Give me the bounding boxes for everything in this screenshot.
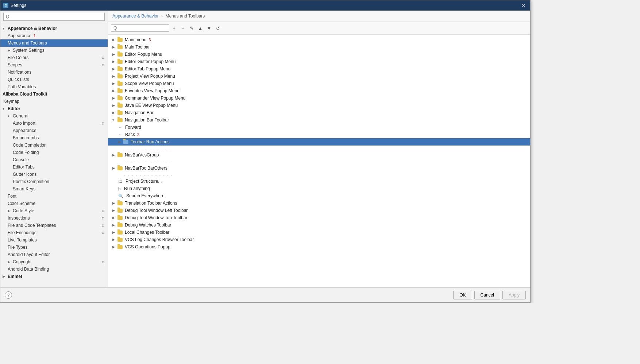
- content-row-debug-watches[interactable]: ▶ Debug Watches Toolbar: [108, 221, 530, 229]
- apply-button[interactable]: Apply: [502, 291, 526, 299]
- chevron-down-icon: ▾: [112, 118, 116, 122]
- sidebar-label-editor-tabs: Editor Tabs: [13, 164, 35, 170]
- ok-button[interactable]: OK: [453, 291, 472, 299]
- sidebar-item-color-scheme[interactable]: Color Scheme: [0, 200, 108, 207]
- content-search-input[interactable]: [111, 24, 169, 32]
- content-row-debug-top[interactable]: ▶ Debug Tool Window Top Toolbar: [108, 214, 530, 221]
- folder-icon-favorites-view-popup: [117, 89, 123, 93]
- sidebar-item-appearance-ed[interactable]: Appearance: [0, 127, 108, 134]
- sidebar-item-breadcrumbs[interactable]: Breadcrumbs: [0, 134, 108, 142]
- folder-icon-navigation-bar-toolbar: [117, 118, 123, 122]
- content-row-search-everywhere[interactable]: 🔍 Search Everywhere: [108, 192, 530, 200]
- help-button[interactable]: ?: [5, 291, 12, 299]
- sidebar-item-keymap[interactable]: Keymap: [0, 98, 108, 105]
- content-row-forward[interactable]: → Forward: [108, 124, 530, 131]
- appearance-badge: 1: [34, 34, 36, 38]
- sidebar-label-scopes: Scopes: [8, 62, 22, 67]
- sidebar-item-gutter-icons[interactable]: Gutter Icons: [0, 171, 108, 178]
- folder-icon-editor-tab-popup: [117, 67, 123, 71]
- sidebar-label-appearance-behavior: Appearance & Behavior: [8, 26, 57, 31]
- sidebar-item-code-folding[interactable]: Code Folding: [0, 149, 108, 156]
- sidebar-item-file-colors[interactable]: File Colors ⚙: [0, 54, 108, 61]
- folder-icon-debug-left: [117, 209, 123, 213]
- sidebar-item-general[interactable]: ▾ General: [0, 112, 108, 120]
- sidebar-item-file-code-templates[interactable]: File and Code Templates ⚙: [0, 222, 108, 229]
- sidebar-item-scopes[interactable]: Scopes ⚙: [0, 61, 108, 69]
- content-row-local-changes[interactable]: ▶ Local Changes Toolbar: [108, 229, 530, 236]
- content-row-navbar-vcs-group[interactable]: ▶ NavBarVcsGroup: [108, 151, 530, 159]
- content-row-main-menu[interactable]: ▶ Main menu 3: [108, 36, 530, 43]
- sidebar-item-inspections[interactable]: Inspections ⚙: [0, 214, 108, 222]
- sidebar-item-copyright[interactable]: ▶ Copyright ⚙: [0, 258, 108, 266]
- content-row-vcs-operations[interactable]: ▶ VCS Operations Popup: [108, 243, 530, 251]
- sidebar-item-file-types[interactable]: File Types: [0, 244, 108, 251]
- content-row-commander-view-popup[interactable]: ▶ Commander View Popup Menu: [108, 94, 530, 102]
- sidebar-label-postfix-completion: Postfix Completion: [13, 179, 49, 184]
- content-row-editor-gutter[interactable]: ▶ Editor Gutter Popup Menu: [108, 58, 530, 65]
- sidebar-item-android-data-binding[interactable]: Android Data Binding: [0, 266, 108, 273]
- chevron-down-icon-general: ▾: [8, 114, 11, 118]
- sidebar-item-postfix-completion[interactable]: Postfix Completion: [0, 178, 108, 185]
- sidebar-item-smart-keys[interactable]: Smart Keys: [0, 185, 108, 193]
- content-row-debug-left[interactable]: ▶ Debug Tool Window Left Toolbar: [108, 207, 530, 214]
- move-down-button[interactable]: ▼: [205, 24, 213, 32]
- gear-icon-scopes: ⚙: [101, 63, 105, 67]
- content-row-favorites-view-popup[interactable]: ▶ Favorites View Popup Menu: [108, 87, 530, 94]
- sidebar-search-input[interactable]: [3, 13, 105, 21]
- content-row-translation-toolbar[interactable]: ▶ Translation Toolbar Actions: [108, 200, 530, 207]
- edit-button[interactable]: ✎: [188, 24, 196, 32]
- breadcrumb-parent[interactable]: Appearance & Behavior: [112, 13, 159, 19]
- reset-button[interactable]: ↺: [214, 24, 222, 32]
- sidebar-item-menus-toolbars[interactable]: Menus and Toolbars: [0, 39, 108, 47]
- sidebar-item-code-style[interactable]: ▶ Code Style ⚙: [0, 207, 108, 214]
- close-button[interactable]: ✕: [520, 3, 527, 8]
- sidebar-item-editor[interactable]: ▾ Editor: [0, 105, 108, 112]
- chevron-right-icon: ▶: [112, 60, 116, 63]
- content-row-editor-tab-popup[interactable]: ▶ Editor Tab Popup Menu: [108, 65, 530, 73]
- content-row-scope-view-popup[interactable]: ▶ Scope View Popup Menu: [108, 80, 530, 87]
- move-up-button[interactable]: ▲: [196, 24, 204, 32]
- content-row-editor-popup[interactable]: ▶ Editor Popup Menu: [108, 51, 530, 58]
- sidebar-item-path-variables[interactable]: Path Variables: [0, 83, 108, 90]
- content-row-vcs-log-changes[interactable]: ▶ VCS Log Changes Browser Toolbar: [108, 236, 530, 243]
- sidebar-item-notifications[interactable]: Notifications: [0, 69, 108, 76]
- content-row-run-anything[interactable]: ▷ Run anything: [108, 185, 530, 192]
- window-title: Settings: [11, 3, 26, 8]
- sidebar-item-editor-tabs[interactable]: Editor Tabs: [0, 163, 108, 171]
- cancel-button[interactable]: Cancel: [474, 291, 500, 299]
- title-bar-left: ⚙ Settings: [3, 3, 26, 8]
- sidebar-item-emmet[interactable]: ▶ Emmet: [0, 273, 108, 280]
- sidebar-label-gutter-icons: Gutter Icons: [13, 172, 36, 177]
- add-button[interactable]: +: [170, 24, 178, 32]
- back-badge: 2: [137, 132, 139, 137]
- content-row-back[interactable]: ← Back 2: [108, 131, 530, 138]
- content-row-main-toolbar[interactable]: ▶ Main Toolbar: [108, 43, 530, 51]
- content-row-navigation-bar-toolbar[interactable]: ▾ Navigation Bar Toolbar: [108, 116, 530, 124]
- sidebar-item-font[interactable]: Font: [0, 193, 108, 200]
- content-row-project-view-popup[interactable]: ▶ Project View Popup Menu: [108, 73, 530, 80]
- content-label-forward: Forward: [125, 125, 141, 130]
- run-anything-icon: ▷: [118, 186, 121, 191]
- sidebar-item-console[interactable]: Console: [0, 156, 108, 163]
- chevron-right-icon-code-style: ▶: [8, 209, 11, 213]
- sidebar-item-system-settings[interactable]: ▶ System Settings: [0, 47, 108, 54]
- content-row-navbar-toolbar-others[interactable]: ▶ NavBarToolBarOthers: [108, 164, 530, 172]
- sidebar-item-file-encodings[interactable]: File Encodings ⚙: [0, 229, 108, 236]
- sidebar-item-auto-import[interactable]: Auto Import ⚙: [0, 120, 108, 127]
- sidebar: ▾ Appearance & Behavior Appearance 1 Men…: [0, 11, 108, 287]
- sidebar-item-quick-lists[interactable]: Quick Lists: [0, 76, 108, 83]
- sidebar-item-live-templates[interactable]: Live Templates: [0, 236, 108, 244]
- sidebar-label-code-style: Code Style: [13, 208, 34, 213]
- sidebar-item-android-layout-editor[interactable]: Android Layout Editor: [0, 251, 108, 258]
- sidebar-item-appearance-behavior[interactable]: ▾ Appearance & Behavior: [0, 25, 108, 32]
- remove-button[interactable]: −: [179, 24, 187, 32]
- sidebar-item-code-completion[interactable]: Code Completion: [0, 142, 108, 149]
- content-row-navigation-bar[interactable]: ▶ Navigation Bar: [108, 109, 530, 116]
- content-row-toolbar-run-actions[interactable]: ▶ Toolbar Run Actions: [108, 138, 530, 146]
- sidebar-item-alibaba[interactable]: Alibaba Cloud Toolkit: [0, 90, 108, 98]
- sidebar-item-appearance[interactable]: Appearance 1: [0, 32, 108, 39]
- chevron-right-icon: ▶: [112, 96, 116, 100]
- content-row-java-ee-view-popup[interactable]: ▶ Java EE View Popup Menu: [108, 102, 530, 109]
- content-row-project-structure[interactable]: 🗂 Project Structure...: [108, 178, 530, 185]
- chevron-right-icon: ▶: [112, 89, 116, 93]
